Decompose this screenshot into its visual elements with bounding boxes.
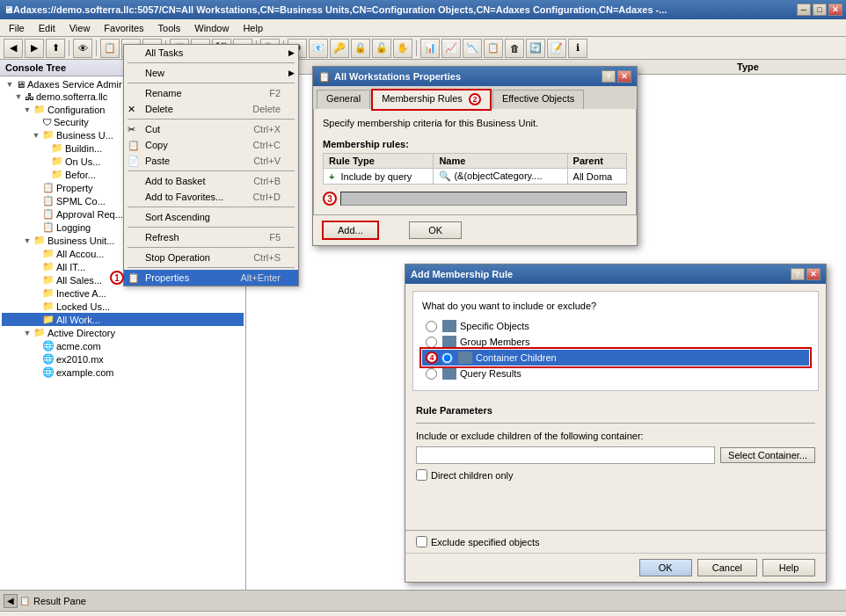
radio-container-children[interactable] — [441, 352, 453, 364]
ctx-cut[interactable]: ✂ Cut Ctrl+X — [124, 121, 298, 137]
radio-specific-objects[interactable] — [426, 321, 437, 332]
tab-effective-objects[interactable]: Effective Objects — [492, 90, 584, 109]
toolbar-btn-12[interactable]: 📧 — [309, 39, 328, 58]
rule-name-cell: 🔍 (&(objectCategory.... — [434, 169, 567, 185]
exclude-row: Exclude specified objects — [405, 530, 826, 553]
radio-query-results[interactable] — [426, 368, 437, 380]
security-icon: 🛡 — [42, 117, 52, 127]
dialog-body: Specify membership criteria for this Bus… — [313, 109, 637, 215]
ctx-sort[interactable]: Sort Ascending — [124, 209, 298, 225]
toolbar-btn-22[interactable]: 🔄 — [526, 39, 545, 58]
expand-icon-0: ▼ — [5, 80, 14, 89]
menu-help[interactable]: Help — [236, 21, 270, 35]
tree-item-activedir[interactable]: ▼ 📁 Active Directory — [2, 326, 244, 339]
toolbar-btn-3[interactable]: 📋 — [100, 39, 120, 58]
ctx-all-tasks[interactable]: All Tasks ▶ — [124, 45, 298, 61]
close-button[interactable]: ✕ — [828, 4, 842, 16]
ctx-delete[interactable]: ✕ Delete Delete — [124, 101, 298, 117]
toolbar-btn-13[interactable]: 🔑 — [330, 39, 349, 58]
tab-general[interactable]: General — [317, 90, 370, 109]
toolbar-btn-18[interactable]: 📈 — [441, 39, 461, 58]
menu-file[interactable]: File — [2, 21, 32, 35]
expand-icon-3 — [32, 118, 40, 127]
select-container-button[interactable]: Select Container... — [720, 447, 815, 463]
result-pane-toggle[interactable]: ◀ — [4, 594, 18, 608]
expand-icon-20 — [32, 342, 40, 351]
ok-button[interactable]: OK — [409, 221, 462, 239]
menu-edit[interactable]: Edit — [32, 21, 62, 35]
tree-item-example[interactable]: 🌐 example.com — [2, 366, 244, 379]
add-rule-cancel-button[interactable]: Cancel — [697, 559, 757, 576]
menu-favorites[interactable]: Favorites — [97, 21, 150, 35]
ctx-rename[interactable]: Rename F2 — [124, 85, 298, 101]
direct-children-checkbox[interactable] — [416, 469, 427, 481]
menu-view[interactable]: View — [62, 21, 98, 35]
option-query-results[interactable]: Query Results — [422, 366, 809, 381]
option-container-children[interactable]: 4 Container Children — [422, 350, 809, 366]
tree-item-locked[interactable]: 📁 Locked Us... — [2, 300, 244, 313]
ctx-add-favorites[interactable]: Add to Favorites... Ctrl+D — [124, 189, 298, 205]
tree-item-ex2010[interactable]: 🌐 ex2010.mx — [2, 352, 244, 366]
add-rule-ok-button[interactable]: OK — [639, 559, 692, 576]
exclude-checkbox[interactable] — [416, 536, 427, 547]
radio-group-members[interactable] — [426, 337, 437, 348]
ctx-stop-label: Stop Operation — [145, 252, 210, 263]
example-icon: 🌐 — [42, 366, 55, 378]
activedir-icon: 📁 — [33, 327, 46, 338]
ctx-cut-shortcut: Ctrl+X — [253, 124, 281, 134]
maximize-button[interactable]: □ — [813, 4, 827, 16]
option-specific-objects[interactable]: Specific Objects — [422, 318, 809, 334]
add-button[interactable]: Add... — [322, 221, 379, 240]
option-group-members[interactable]: Group Members — [422, 334, 809, 350]
add-rule-close-btn[interactable]: ✕ — [806, 268, 820, 280]
inactive-icon: 📁 — [42, 287, 55, 299]
tree-item-acme[interactable]: 🌐 acme.com — [2, 339, 244, 352]
add-icon: + — [329, 171, 334, 182]
dialog-desc: Specify membership criteria for this Bus… — [323, 118, 627, 128]
ctx-rename-label: Rename — [145, 88, 182, 98]
toolbar-btn-14[interactable]: 🔒 — [351, 39, 370, 58]
toolbar-btn-21[interactable]: 🗑 — [505, 39, 524, 58]
container-field[interactable] — [416, 446, 715, 464]
dialog-title-icon: 📋 — [318, 71, 331, 83]
add-rule-help-button[interactable]: Help — [762, 559, 815, 576]
step-3-label: 3 — [323, 192, 337, 206]
toolbar-btn-20[interactable]: 📋 — [484, 39, 503, 58]
ctx-new[interactable]: New ▶ — [124, 65, 298, 81]
rules-col-type: Rule Type — [324, 154, 434, 169]
tree-item-allwork[interactable]: 📁 All Work... — [2, 313, 244, 326]
toolbar-btn-17[interactable]: 📊 — [420, 39, 440, 58]
expand-icon-15 — [32, 276, 40, 285]
ctx-refresh[interactable]: Refresh F5 — [124, 229, 298, 245]
tree-item-inactive[interactable]: 📁 Inective A... — [2, 286, 244, 300]
toolbar-btn-23[interactable]: 📝 — [547, 39, 566, 58]
menu-bar: File Edit View Favorites Tools Window He… — [0, 19, 846, 37]
scrollbar-horizontal[interactable] — [340, 192, 627, 206]
ctx-add-basket[interactable]: Add to Basket Ctrl+B — [124, 173, 298, 189]
acme-icon: 🌐 — [42, 340, 55, 351]
minimize-button[interactable]: ─ — [797, 4, 811, 16]
ctx-copy[interactable]: 📋 Copy Ctrl+C — [124, 137, 298, 153]
toolbar-btn-24[interactable]: ℹ — [568, 39, 587, 58]
title-bar: 🖥 Adaxes://demo.softerra.llc:5057/CN=All… — [0, 0, 846, 19]
add-rule-help-btn[interactable]: ? — [791, 268, 805, 280]
dialog-help-btn[interactable]: ? — [602, 70, 616, 83]
ctx-paste[interactable]: 📄 Paste Ctrl+V — [124, 153, 298, 169]
ctx-stop[interactable]: Stop Operation Ctrl+S — [124, 250, 298, 265]
menu-tools[interactable]: Tools — [151, 21, 188, 35]
toolbar-btn-19[interactable]: 📉 — [463, 39, 482, 58]
show-hide-button[interactable]: 👁 — [73, 39, 92, 58]
ctx-add-basket-shortcut: Ctrl+B — [253, 176, 281, 186]
toolbar-btn-16[interactable]: ✋ — [393, 39, 412, 58]
ctx-properties[interactable]: 1 📋 Properties Alt+Enter — [124, 270, 298, 286]
toolbar-btn-15[interactable]: 🔓 — [372, 39, 391, 58]
rule-row-1[interactable]: + Include by query 🔍 (&(objectCategory..… — [324, 169, 627, 185]
dialog-close-btn[interactable]: ✕ — [617, 70, 631, 83]
tab-membership-rules[interactable]: Membership Rules 2 — [372, 90, 491, 110]
forward-button[interactable]: ▶ — [25, 39, 44, 58]
back-button[interactable]: ◀ — [4, 39, 23, 58]
menu-window[interactable]: Window — [187, 21, 236, 35]
rule-params-section: Rule Parameters Include or exclude child… — [405, 398, 826, 495]
up-button[interactable]: ⬆ — [46, 39, 65, 58]
bu-icon: 📁 — [42, 129, 55, 141]
